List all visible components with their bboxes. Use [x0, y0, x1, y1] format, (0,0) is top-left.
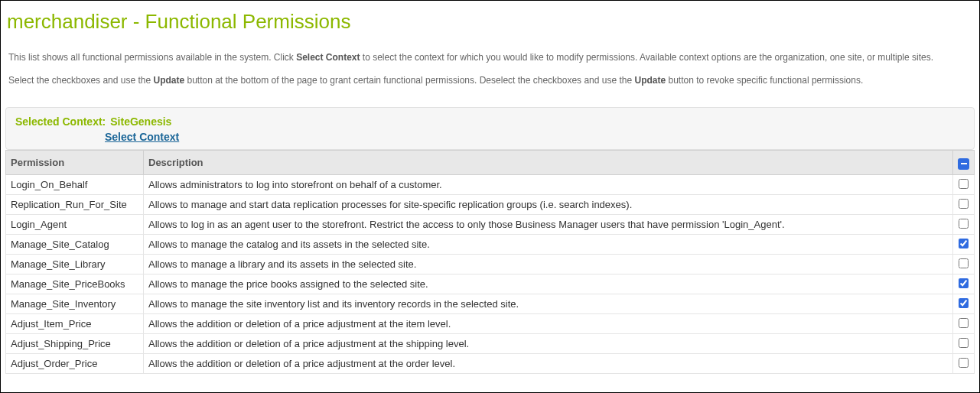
permission-checkbox[interactable] — [959, 239, 969, 248]
permission-checkbox-cell — [953, 195, 975, 215]
permission-name: Replication_Run_For_Site — [6, 195, 144, 215]
page-title: merchandiser - Functional Permissions — [1, 1, 979, 40]
table-row: Adjust_Order_PriceAllows the addition or… — [6, 354, 975, 374]
permission-checkbox-cell — [953, 314, 975, 334]
table-row: Replication_Run_For_SiteAllows to manage… — [6, 195, 975, 215]
permission-description: Allows the addition or deletion of a pri… — [144, 334, 953, 354]
permission-description: Allows to manage the price books assigne… — [144, 274, 953, 294]
intro-line2-part3: button to revoke specific functional per… — [666, 75, 863, 86]
intro-line2-part1: Select the checkboxes and use the — [8, 75, 153, 86]
permission-checkbox-cell — [953, 354, 975, 374]
table-row: Login_On_BehalfAllows administrators to … — [6, 175, 975, 195]
header-permission: Permission — [6, 151, 144, 175]
intro-paragraph-2: Select the checkboxes and use the Update… — [1, 67, 979, 102]
permission-checkbox[interactable] — [959, 199, 969, 209]
permission-name: Login_On_Behalf — [6, 175, 144, 195]
header-description: Description — [144, 151, 953, 175]
permission-checkbox-cell — [953, 334, 975, 354]
permission-name: Manage_Site_PriceBooks — [6, 274, 144, 294]
permission-checkbox[interactable] — [959, 258, 969, 268]
permission-checkbox-cell — [953, 274, 975, 294]
context-line: Selected Context: SiteGenesis — [15, 115, 965, 128]
permission-name: Adjust_Order_Price — [6, 354, 144, 374]
permission-checkbox-cell — [953, 175, 975, 195]
context-box: Selected Context: SiteGenesis Select Con… — [5, 107, 975, 150]
intro-line2-part2: button at the bottom of the page to gran… — [184, 75, 634, 86]
select-context-link[interactable]: Select Context — [105, 131, 179, 143]
permission-description: Allows administrators to log into storef… — [144, 175, 953, 195]
permission-checkbox-cell — [953, 235, 975, 255]
permission-checkbox[interactable] — [959, 338, 969, 348]
table-row: Manage_Site_PriceBooksAllows to manage t… — [6, 274, 975, 294]
permission-name: Adjust_Item_Price — [6, 314, 144, 334]
permission-description: Allows to log in as an agent user to the… — [144, 215, 953, 235]
intro-text-part2: to select the context for which you woul… — [360, 52, 934, 63]
intro-update-bold-2: Update — [635, 75, 666, 86]
permission-checkbox-cell — [953, 215, 975, 235]
permissions-table: Permission Description Login_On_BehalfAl… — [5, 150, 975, 374]
permission-checkbox[interactable] — [959, 179, 969, 189]
permission-checkbox[interactable] — [959, 318, 969, 328]
permission-description: Allows to manage and start data replicat… — [144, 195, 953, 215]
permission-description: Allows the addition or deletion of a pri… — [144, 354, 953, 374]
intro-select-context-bold: Select Context — [296, 52, 360, 63]
header-check-all[interactable] — [953, 151, 975, 175]
context-label: Selected Context: — [15, 115, 106, 128]
table-row: Login_AgentAllows to log in as an agent … — [6, 215, 975, 235]
permission-description: Allows to manage the catalog and its ass… — [144, 235, 953, 255]
permission-name: Manage_Site_Catalog — [6, 235, 144, 255]
table-row: Manage_Site_InventoryAllows to manage th… — [6, 294, 975, 314]
permission-checkbox[interactable] — [959, 358, 969, 368]
table-row: Adjust_Item_PriceAllows the addition or … — [6, 314, 975, 334]
table-row: Manage_Site_CatalogAllows to manage the … — [6, 235, 975, 255]
table-row: Manage_Site_LibraryAllows to manage a li… — [6, 255, 975, 274]
permission-description: Allows the addition or deletion of a pri… — [144, 314, 953, 334]
permission-checkbox[interactable] — [959, 298, 969, 308]
indeterminate-icon[interactable] — [958, 158, 969, 170]
permission-description: Allows to manage a library and its asset… — [144, 255, 953, 274]
permission-name: Manage_Site_Library — [6, 255, 144, 274]
context-value: SiteGenesis — [110, 115, 171, 128]
intro-update-bold-1: Update — [153, 75, 184, 86]
permission-description: Allows to manage the site inventory list… — [144, 294, 953, 314]
permission-checkbox[interactable] — [959, 278, 969, 288]
intro-text-part1: This list shows all functional permissio… — [8, 52, 296, 63]
permission-name: Manage_Site_Inventory — [6, 294, 144, 314]
intro-paragraph-1: This list shows all functional permissio… — [1, 40, 979, 67]
permission-checkbox-cell — [953, 255, 975, 274]
permission-name: Login_Agent — [6, 215, 144, 235]
permission-checkbox-cell — [953, 294, 975, 314]
table-row: Adjust_Shipping_PriceAllows the addition… — [6, 334, 975, 354]
permission-checkbox[interactable] — [959, 219, 969, 229]
permission-name: Adjust_Shipping_Price — [6, 334, 144, 354]
